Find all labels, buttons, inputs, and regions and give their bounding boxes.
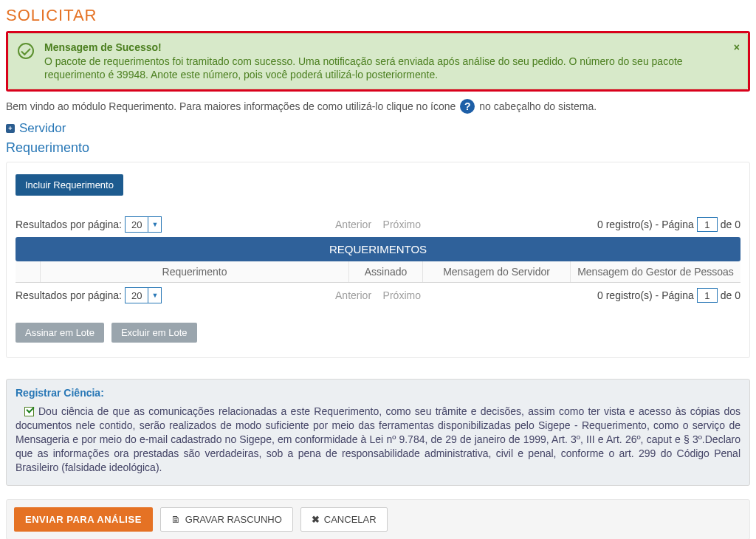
de-suffix: de 0 <box>721 219 740 230</box>
ciencia-checkbox[interactable] <box>24 407 34 416</box>
page-number-input[interactable] <box>697 217 718 232</box>
table-title-band: REQUERIMENTOS <box>16 237 740 261</box>
results-per-page-value-bottom: 20 <box>126 290 148 301</box>
alert-body: O pacote de requerimentos foi tramitado … <box>44 55 725 81</box>
table-header-assinado: Assinado <box>349 261 423 282</box>
page-number-input-bottom[interactable] <box>697 288 718 303</box>
pager-prev-bottom[interactable]: Anterior <box>335 289 371 301</box>
registrar-ciencia-body: Dou ciência de que as comunicações relac… <box>16 405 740 474</box>
help-icon[interactable]: ? <box>460 99 475 114</box>
table-header-msg-gestor: Mensagem do Gestor de Pessoas <box>571 261 740 282</box>
intro-text: Bem vindo ao módulo Requerimento. Para m… <box>6 99 750 114</box>
table-header-requerimento: Requerimento <box>41 261 349 282</box>
registros-text-bottom: 0 registro(s) - Página <box>597 289 694 301</box>
alert-close-button[interactable]: × <box>734 41 740 53</box>
cancel-x-icon: ✖ <box>312 514 320 525</box>
alert-highlight-frame: × Mensagem de Sucesso! O pacote de reque… <box>6 31 750 92</box>
registrar-ciencia-panel: Registrar Ciência: Dou ciência de que as… <box>6 379 750 485</box>
results-label: Resultados por página: <box>16 219 122 230</box>
enviar-analise-button[interactable]: ENVIAR PARA ANÁLISE <box>14 507 153 532</box>
success-check-icon <box>18 43 34 59</box>
pager-prev[interactable]: Anterior <box>335 219 371 230</box>
chevron-down-icon: ▼ <box>148 217 161 232</box>
cancelar-label: CANCELAR <box>324 514 377 525</box>
table-header-checkbox[interactable] <box>16 261 41 282</box>
incluir-requerimento-button[interactable]: Incluir Requerimento <box>16 174 123 196</box>
registros-text: 0 registro(s) - Página <box>597 219 694 230</box>
registrar-ciencia-title: Registrar Ciência: <box>16 387 740 399</box>
results-top-row: Resultados por página: 20 ▼ Anterior Pró… <box>16 216 740 233</box>
expand-plus-icon: + <box>6 124 15 133</box>
table-header-row: Requerimento Assinado Mensagem do Servid… <box>16 261 740 283</box>
table-header-msg-servidor: Mensagem do Servidor <box>423 261 571 282</box>
excluir-lote-button[interactable]: Excluir em Lote <box>111 323 197 343</box>
results-per-page-value: 20 <box>126 219 148 230</box>
cancelar-button[interactable]: ✖CANCELAR <box>300 507 388 532</box>
action-bar: ENVIAR PARA ANÁLISE GRAVAR RASCUNHO ✖CAN… <box>6 499 750 539</box>
results-per-page-select-bottom[interactable]: 20 ▼ <box>125 287 162 303</box>
intro-before: Bem vindo ao módulo Requerimento. Para m… <box>6 100 456 112</box>
page-title: SOLICITAR <box>6 6 750 25</box>
requerimento-panel: Incluir Requerimento Resultados por pági… <box>6 162 750 358</box>
results-bottom-row: Resultados por página: 20 ▼ Anterior Pró… <box>16 287 740 303</box>
success-alert: × Mensagem de Sucesso! O pacote de reque… <box>8 33 748 89</box>
requerimento-section-title: Requerimento <box>6 140 750 156</box>
servidor-section-toggle[interactable]: + Servidor <box>6 121 750 136</box>
chevron-down-icon: ▼ <box>148 288 161 303</box>
assinar-lote-button[interactable]: Assinar em Lote <box>16 323 104 343</box>
pager-next-bottom[interactable]: Próximo <box>383 289 421 301</box>
gravar-rascunho-button[interactable]: GRAVAR RASCUNHO <box>160 507 293 532</box>
servidor-label: Servidor <box>19 121 66 136</box>
intro-after: no cabeçalho do sistema. <box>479 100 597 112</box>
alert-title: Mensagem de Sucesso! <box>44 41 725 53</box>
results-per-page-select[interactable]: 20 ▼ <box>125 216 162 233</box>
results-label-bottom: Resultados por página: <box>16 289 122 301</box>
de-suffix-bottom: de 0 <box>721 289 740 301</box>
gravar-rascunho-label: GRAVAR RASCUNHO <box>185 514 282 525</box>
ciencia-text: Dou ciência de que as comunicações relac… <box>16 405 740 473</box>
pager-next[interactable]: Próximo <box>383 219 421 230</box>
save-icon <box>171 514 185 525</box>
